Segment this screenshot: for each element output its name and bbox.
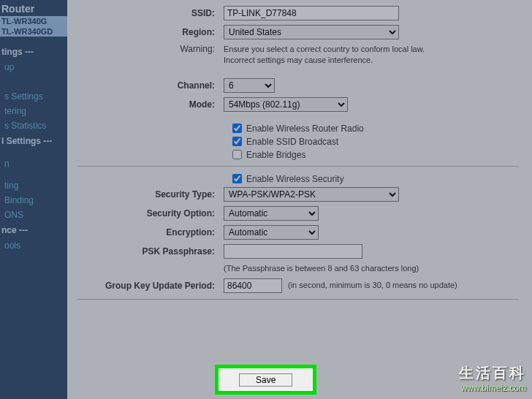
gkup-label: Group Key Update Period: — [77, 281, 224, 291]
separator-2 — [77, 299, 519, 300]
cb-radio[interactable] — [232, 123, 242, 133]
sidebar-item-settings[interactable]: tings --- — [0, 44, 67, 60]
region-label: Region: — [77, 27, 224, 37]
separator-1 — [77, 166, 519, 167]
gkup-note: (in second, minimum is 30, 0 means no up… — [288, 280, 457, 291]
channel-label: Channel: — [77, 80, 224, 91]
sidebar-sub-ting[interactable]: ting — [0, 178, 67, 193]
warning-text-1: Ensure you select a correct country to c… — [224, 44, 519, 55]
cb-broadcast-label: Enable SSID Broadcast — [246, 137, 338, 147]
psk-label: PSK Passphrase: — [77, 246, 224, 256]
sidebar-sub-stats[interactable]: s Statistics — [0, 118, 67, 133]
sidebar-sub-binding[interactable]: Binding — [0, 193, 67, 208]
psk-input[interactable] — [224, 244, 362, 259]
model-line-2: TL-WR340GD — [0, 26, 67, 37]
region-select[interactable]: United States — [224, 25, 399, 39]
save-highlight-box: Save — [215, 365, 316, 395]
warning-label: Warning: — [77, 44, 224, 54]
save-button[interactable]: Save — [239, 373, 292, 387]
sidebar-sub-tools[interactable]: ools — [0, 238, 67, 253]
model-line-1: TL-WR340G — [0, 16, 67, 26]
ssid-input[interactable] — [224, 6, 399, 20]
cb-security-label: Enable Wireless Security — [246, 174, 343, 184]
main-panel: SSID: Region: United States Warning: Ens… — [67, 0, 532, 399]
cb-broadcast[interactable] — [232, 137, 242, 146]
psk-note: (The Passphrase is between 8 and 63 char… — [224, 263, 419, 274]
sidebar-sub-wsettings[interactable]: s Settings — [0, 89, 67, 104]
enc-label: Encryption: — [77, 227, 224, 238]
sidebar-item-nce[interactable]: nce --- — [0, 222, 67, 238]
sectype-label: Security Type: — [77, 189, 224, 200]
sidebar-sub-ons[interactable]: ONS — [0, 208, 67, 222]
sidebar-sub-up[interactable]: up — [0, 60, 67, 75]
cb-radio-label: Enable Wireless Router Radio — [246, 123, 364, 134]
mode-label: Mode: — [77, 99, 224, 110]
ssid-label: SSID: — [77, 8, 224, 18]
mode-select[interactable]: 54Mbps (802.11g) — [224, 97, 348, 112]
sidebar-item-lsettings[interactable]: l Settings --- — [0, 133, 67, 149]
gkup-input[interactable] — [224, 278, 282, 293]
cb-bridges-label: Enable Bridges — [246, 150, 305, 160]
sidebar: Router TL-WR340G TL-WR340GD tings --- up… — [0, 0, 67, 399]
secopt-select[interactable]: Automatic — [224, 206, 319, 221]
warning-text-2: Incorrect settings may cause interferenc… — [224, 55, 519, 66]
cb-security[interactable] — [232, 174, 242, 183]
cb-bridges[interactable] — [232, 150, 242, 159]
sidebar-sub-filtering[interactable]: tering — [0, 104, 67, 118]
sectype-select[interactable]: WPA-PSK/WPA2-PSK — [224, 187, 399, 202]
brand-title: Router — [0, 1, 67, 16]
enc-select[interactable]: Automatic — [224, 225, 319, 240]
sidebar-sub-n[interactable]: n — [0, 156, 67, 171]
channel-select[interactable]: 6 — [224, 78, 275, 93]
secopt-label: Security Option: — [77, 208, 224, 218]
